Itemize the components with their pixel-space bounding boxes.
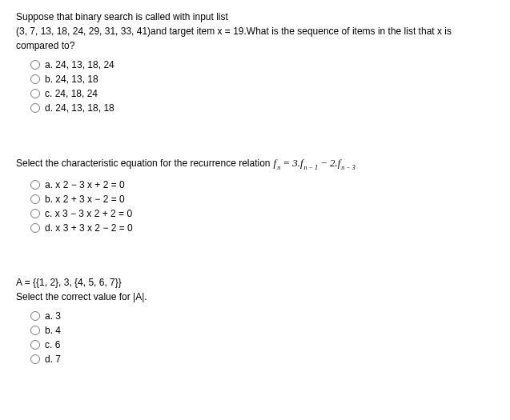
formula-f1: f bbox=[274, 155, 277, 171]
label-2a: a. x 2 − 3 x + 2 = 0 bbox=[45, 179, 125, 190]
radio-1a[interactable] bbox=[30, 60, 40, 70]
question-2-text: Select the characteristic equation for t… bbox=[16, 155, 494, 171]
radio-2c[interactable] bbox=[30, 209, 40, 218]
question-3-options: a. 3 b. 4 c. 6 d. 7 bbox=[30, 310, 494, 365]
option-2d[interactable]: d. x 3 + 3 x 2 − 2 = 0 bbox=[30, 222, 494, 234]
label-3a: a. 3 bbox=[45, 310, 61, 322]
radio-3c[interactable] bbox=[30, 340, 40, 350]
question-1: Suppose that binary search is called wit… bbox=[16, 10, 494, 114]
question-1-text: Suppose that binary search is called wit… bbox=[16, 10, 494, 53]
question-3-line1: A = {{1, 2}, 3, {4, 5, 6, 7}} bbox=[16, 277, 122, 288]
question-1-options: a. 24, 13, 18, 24 b. 24, 13, 18 c. 24, 1… bbox=[30, 59, 494, 114]
formula-sub-n3: n − 3 bbox=[341, 163, 355, 173]
formula-sub-n1: n − 1 bbox=[304, 163, 318, 173]
label-3b: b. 4 bbox=[45, 325, 61, 336]
option-1c[interactable]: c. 24, 18, 24 bbox=[30, 88, 494, 99]
label-3c: c. 6 bbox=[45, 339, 60, 350]
question-1-line2: (3, 7, 13, 18, 24, 29, 31, 33, 41)and ta… bbox=[16, 26, 452, 51]
radio-1c[interactable] bbox=[30, 89, 40, 98]
formula-minus: − 2.f bbox=[320, 155, 340, 171]
radio-3a[interactable] bbox=[30, 311, 40, 321]
label-2c: c. x 3 − 3 x 2 + 2 = 0 bbox=[45, 208, 132, 219]
recurrence-formula: f n = 3.f n − 1 − 2.f n − 3 bbox=[274, 155, 356, 171]
radio-1d[interactable] bbox=[30, 103, 40, 113]
question-2-prefix: Select the characteristic equation for t… bbox=[16, 156, 271, 170]
label-3d: d. 7 bbox=[45, 354, 61, 365]
option-3b[interactable]: b. 4 bbox=[30, 325, 494, 336]
label-1d: d. 24, 13, 18, 18 bbox=[45, 102, 114, 114]
question-1-line1: Suppose that binary search is called wit… bbox=[16, 11, 228, 22]
radio-2d[interactable] bbox=[30, 223, 40, 233]
label-2d: d. x 3 + 3 x 2 − 2 = 0 bbox=[45, 222, 133, 234]
label-2b: b. x 2 + 3 x − 2 = 0 bbox=[45, 194, 125, 205]
radio-2a[interactable] bbox=[30, 180, 40, 190]
radio-2b[interactable] bbox=[30, 194, 40, 204]
label-1a: a. 24, 13, 18, 24 bbox=[45, 59, 114, 70]
option-2a[interactable]: a. x 2 − 3 x + 2 = 0 bbox=[30, 179, 494, 190]
option-2c[interactable]: c. x 3 − 3 x 2 + 2 = 0 bbox=[30, 208, 494, 219]
option-1b[interactable]: b. 24, 13, 18 bbox=[30, 74, 494, 85]
question-3-line2: Select the correct value for |A|. bbox=[16, 291, 147, 302]
label-1b: b. 24, 13, 18 bbox=[45, 74, 98, 85]
option-1a[interactable]: a. 24, 13, 18, 24 bbox=[30, 59, 494, 70]
question-2-options: a. x 2 − 3 x + 2 = 0 b. x 2 + 3 x − 2 = … bbox=[30, 179, 494, 234]
question-2: Select the characteristic equation for t… bbox=[16, 155, 494, 234]
radio-1b[interactable] bbox=[30, 74, 40, 84]
option-3a[interactable]: a. 3 bbox=[30, 310, 494, 322]
question-3: A = {{1, 2}, 3, {4, 5, 6, 7}} Select the… bbox=[16, 275, 494, 365]
label-1c: c. 24, 18, 24 bbox=[45, 88, 98, 99]
option-2b[interactable]: b. x 2 + 3 x − 2 = 0 bbox=[30, 194, 494, 205]
formula-sub-n: n bbox=[277, 163, 280, 173]
radio-3d[interactable] bbox=[30, 354, 40, 364]
formula-eq: = 3.f bbox=[283, 155, 303, 171]
radio-3b[interactable] bbox=[30, 326, 40, 335]
option-1d[interactable]: d. 24, 13, 18, 18 bbox=[30, 102, 494, 114]
option-3c[interactable]: c. 6 bbox=[30, 339, 494, 350]
question-3-text: A = {{1, 2}, 3, {4, 5, 6, 7}} Select the… bbox=[16, 275, 494, 304]
option-3d[interactable]: d. 7 bbox=[30, 354, 494, 365]
